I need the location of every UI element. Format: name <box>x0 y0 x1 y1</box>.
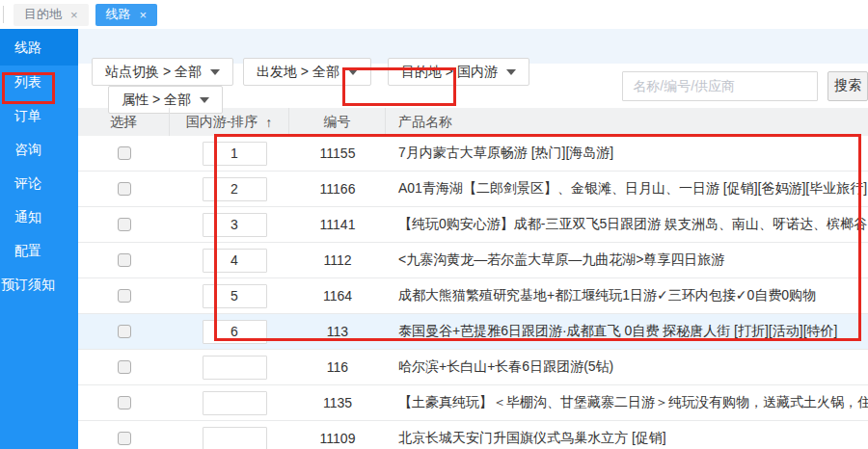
sidebar-item-nav[interactable]: 评论 <box>0 167 78 200</box>
tab-label: 线路 <box>106 6 131 23</box>
product-name[interactable]: 哈尔滨+长白山+长春6日跟团游(5钻) <box>386 358 868 376</box>
product-code: 11155 <box>289 145 386 161</box>
product-name[interactable]: 7月内蒙古大草原畅游 [热门][海岛游] <box>386 145 868 162</box>
table-row: 1135【土豪真纯玩】＜毕棚沟、甘堡藏寨二日游＞纯玩没有购物，送藏式土火锅，住古… <box>78 385 868 421</box>
product-code: 11166 <box>289 181 386 197</box>
filter-dropdown-destination[interactable]: 目的地 > 国内游 <box>388 58 529 86</box>
sidebar-item-list-selected[interactable]: 列表 <box>0 66 78 99</box>
product-code: 11109 <box>289 431 386 446</box>
row-checkbox[interactable] <box>118 289 131 303</box>
chevron-down-icon <box>200 97 209 103</box>
sort-order-input[interactable] <box>203 142 267 166</box>
chevron-down-icon <box>506 69 516 75</box>
product-code: 11141 <box>289 217 386 232</box>
dropdown-label: 出发地 > 全部 <box>257 64 339 81</box>
table-body: 111557月内蒙古大草原畅游 [热门][海岛游]11166A01青海湖【二郎剑… <box>78 136 868 449</box>
row-checkbox[interactable] <box>118 432 131 445</box>
sidebar-item-nav[interactable]: 通知 <box>0 200 78 234</box>
product-name[interactable]: 泰国曼谷+芭提雅6日跟团游·成都直飞 0自费 探秘唐人街 [打折][活动][特价… <box>386 323 868 340</box>
row-checkbox[interactable] <box>118 360 131 374</box>
sidebar-item-nav[interactable]: 配置 <box>0 234 78 268</box>
sort-order-input[interactable] <box>203 284 267 308</box>
sort-order-input[interactable] <box>203 427 267 449</box>
main-content: 站点切换 > 全部出发地 > 全部目的地 > 国内游属性 > 全部 搜索 选择 … <box>78 29 868 449</box>
tab-bar: 目的地 × 线路 × <box>0 0 868 29</box>
chevron-down-icon <box>210 69 220 75</box>
row-checkbox[interactable] <box>118 396 131 409</box>
row-checkbox[interactable] <box>118 325 131 338</box>
column-header-code: 编号 <box>289 108 386 136</box>
dropdown-label: 属性 > 全部 <box>122 92 191 109</box>
filter-dropdown[interactable]: 出发地 > 全部 <box>243 58 371 86</box>
sidebar-item-nav[interactable]: 咨询 <box>0 133 78 167</box>
table-row: 1164成都大熊猫繁殖研究基地+都江堰纯玩1日游✓三环内包接✓0自费0购物 <box>78 278 868 314</box>
sidebar-item-nav[interactable]: 预订须知 <box>0 268 78 302</box>
product-name[interactable]: 【土豪真纯玩】＜毕棚沟、甘堡藏寨二日游＞纯玩没有购物，送藏式土火锅，住古尔沟 [… <box>386 394 868 411</box>
sidebar-item-nav[interactable]: 订单 <box>0 99 78 133</box>
dropdown-label: 目的地 > 国内游 <box>401 64 498 81</box>
column-header-sort[interactable]: 国内游-排序 ↑ <box>170 108 289 136</box>
chevron-down-icon <box>348 69 358 75</box>
sidebar-header-route[interactable]: 线路 <box>0 29 78 66</box>
sort-ascending-icon[interactable]: ↑ <box>265 115 272 130</box>
search-input[interactable] <box>622 71 818 101</box>
table-header: 选择 国内游-排序 ↑ 编号 产品名称 <box>78 108 868 136</box>
filter-toolbar: 站点切换 > 全部出发地 > 全部目的地 > 国内游属性 > 全部 搜索 <box>78 64 868 108</box>
sort-order-input[interactable] <box>203 177 267 201</box>
product-name[interactable]: <九寨沟黄龙—若尔盖大草原—九曲花湖>尊享四日旅游 <box>386 251 868 269</box>
search-button[interactable]: 搜索 <box>827 71 868 101</box>
table-row: 11109北京长城天安门升国旗仪式鸟巢水立方 [促销] <box>78 421 868 449</box>
product-name[interactable]: 【纯玩0购安心游】成都-三亚双飞5日跟团游 娱支洲岛、南山、呀诺达、槟榔谷、天涯… <box>386 216 868 233</box>
tab-destination[interactable]: 目的地 × <box>14 4 89 26</box>
table-row: 11141【纯玩0购安心游】成都-三亚双飞5日跟团游 娱支洲岛、南山、呀诺达、槟… <box>78 207 868 243</box>
sort-order-input[interactable] <box>203 356 267 380</box>
table-row: 111557月内蒙古大草原畅游 [热门][海岛游] <box>78 136 868 172</box>
product-code: 116 <box>289 359 386 375</box>
table-row: 11166A01青海湖【二郎剑景区】、金银滩、日月山、一日游 [促销][爸妈游]… <box>78 172 868 207</box>
product-code: 1164 <box>289 288 386 304</box>
row-checkbox[interactable] <box>118 182 131 196</box>
sort-order-input[interactable] <box>203 249 267 273</box>
product-code: 1112 <box>289 252 386 268</box>
column-header-select: 选择 <box>78 108 170 136</box>
sort-order-input[interactable] <box>203 320 267 344</box>
sort-order-input[interactable] <box>203 213 267 237</box>
dropdown-label: 站点切换 > 全部 <box>105 64 202 81</box>
row-checkbox[interactable] <box>118 218 131 231</box>
product-name[interactable]: 北京长城天安门升国旗仪式鸟巢水立方 [促销] <box>386 430 868 447</box>
tab-bar-separator <box>3 6 4 23</box>
table-row: 116哈尔滨+长白山+长春6日跟团游(5钻) <box>78 350 868 385</box>
filter-dropdown[interactable]: 站点切换 > 全部 <box>92 58 233 86</box>
close-icon[interactable]: × <box>70 9 78 21</box>
close-icon[interactable]: × <box>140 9 148 21</box>
product-code: 113 <box>289 324 386 339</box>
sidebar: 线路 列表订单咨询评论通知配置预订须知 <box>0 29 78 449</box>
product-name[interactable]: 成都大熊猫繁殖研究基地+都江堰纯玩1日游✓三环内包接✓0自费0购物 <box>386 287 868 304</box>
row-checkbox[interactable] <box>118 146 131 160</box>
tab-route[interactable]: 线路 × <box>95 4 158 26</box>
column-header-name: 产品名称 <box>386 108 868 136</box>
sort-order-input[interactable] <box>203 391 267 415</box>
product-name[interactable]: A01青海湖【二郎剑景区】、金银滩、日月山、一日游 [促销][爸妈游][毕业旅行… <box>386 180 868 198</box>
row-checkbox[interactable] <box>118 253 131 267</box>
table-row: 1112<九寨沟黄龙—若尔盖大草原—九曲花湖>尊享四日旅游 <box>78 243 868 278</box>
table-row: 113泰国曼谷+芭提雅6日跟团游·成都直飞 0自费 探秘唐人街 [打折][活动]… <box>78 314 868 350</box>
tab-label: 目的地 <box>24 6 62 23</box>
product-code: 1135 <box>289 395 386 410</box>
